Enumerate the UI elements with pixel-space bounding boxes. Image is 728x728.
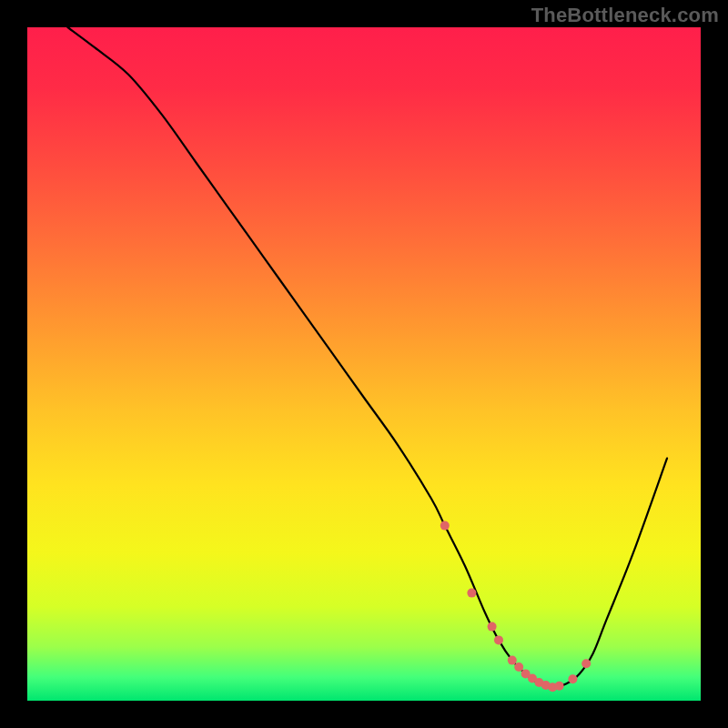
optimum-dot xyxy=(467,589,476,598)
optimum-dot xyxy=(488,622,497,632)
bottleneck-curve-chart xyxy=(0,0,728,728)
gradient-background xyxy=(27,27,701,701)
optimum-dot xyxy=(555,682,564,691)
optimum-dot xyxy=(494,635,503,644)
optimum-dot xyxy=(508,656,517,665)
optimum-dot xyxy=(581,659,591,668)
optimum-dot xyxy=(440,521,450,531)
optimum-dot xyxy=(568,674,577,683)
optimum-dot xyxy=(514,662,523,672)
chart-frame: TheBottleneck.com xyxy=(0,0,728,728)
